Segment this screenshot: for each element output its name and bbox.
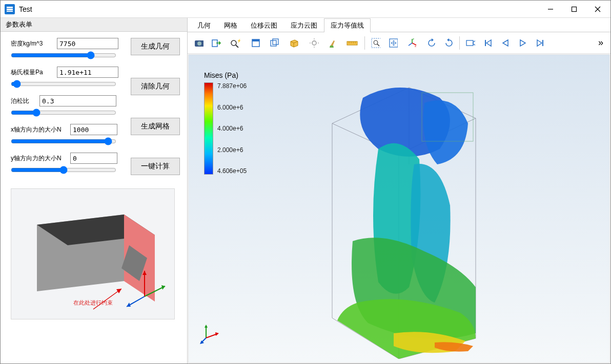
app-icon <box>5 4 15 14</box>
tab-isoline[interactable]: 应力等值线 <box>324 18 371 32</box>
young-input[interactable] <box>57 67 118 78</box>
svg-marker-29 <box>291 40 298 47</box>
svg-rect-4 <box>572 7 577 11</box>
skip-first-icon[interactable] <box>480 35 496 51</box>
density-slider[interactable] <box>11 51 116 59</box>
legend-tick: 7.887e+06 <box>217 82 247 90</box>
window-single-icon[interactable] <box>246 35 266 51</box>
axes-gizmo-icon <box>200 324 220 344</box>
density-label: 密度kg/m^3 <box>11 39 55 48</box>
young-label: 杨氏模量Pa <box>11 68 55 77</box>
axes-icon[interactable]: zx <box>402 35 422 51</box>
legend-tick: 4.606e+05 <box>217 167 247 175</box>
forcey-slider[interactable] <box>11 166 116 174</box>
svg-line-41 <box>377 44 379 46</box>
rotate-cw-icon[interactable] <box>440 35 457 51</box>
legend-tick: 6.000e+6 <box>217 104 247 111</box>
young-slider[interactable] <box>11 80 116 88</box>
screenshot-icon[interactable] <box>191 35 207 51</box>
svg-marker-55 <box>520 40 525 46</box>
generate-geometry-button[interactable]: 生成几何 <box>131 38 180 55</box>
svg-text:z: z <box>413 38 414 40</box>
close-button[interactable] <box>586 1 609 17</box>
legend-colorbar <box>204 82 213 175</box>
tab-mesh[interactable]: 网格 <box>217 18 244 32</box>
toolbar-overflow-icon[interactable]: » <box>594 37 607 48</box>
svg-text:x: x <box>415 45 416 48</box>
zoom-auto-icon[interactable]: ⚡ <box>226 35 245 51</box>
rotate-ccw-icon[interactable] <box>423 35 439 51</box>
window-multi-icon[interactable] <box>267 35 283 51</box>
result-tabs: 几何 网格 位移云图 应力云图 应力等值线 <box>188 18 610 32</box>
density-input[interactable] <box>57 38 118 49</box>
clear-geometry-button[interactable]: 清除几何 <box>131 78 180 95</box>
svg-point-20 <box>197 41 201 46</box>
export-icon[interactable] <box>208 35 225 51</box>
parameter-panel-title: 参数表单 <box>1 18 187 32</box>
window-title: Test <box>19 5 32 13</box>
svg-rect-27 <box>271 40 276 46</box>
svg-rect-50 <box>466 40 473 46</box>
select-zoom-icon[interactable] <box>368 35 384 51</box>
compute-button[interactable]: 一键计算 <box>131 158 180 175</box>
poisson-input[interactable] <box>39 95 116 106</box>
svg-point-22 <box>231 40 236 46</box>
camera-icon[interactable] <box>462 35 479 51</box>
forcey-input[interactable] <box>70 153 117 164</box>
svg-rect-0 <box>7 7 13 8</box>
svg-text:⚡: ⚡ <box>237 38 241 43</box>
light-icon[interactable] <box>304 35 324 51</box>
clean-icon[interactable] <box>325 35 341 51</box>
generate-mesh-button[interactable]: 生成网格 <box>131 118 180 135</box>
box-view-icon[interactable] <box>284 35 303 51</box>
poisson-label: 泊松比 <box>11 97 37 105</box>
forcex-input[interactable] <box>70 124 117 135</box>
preview-caption: 在此处进行约束 <box>73 299 113 307</box>
forcex-slider[interactable] <box>11 137 116 145</box>
play-forward-icon[interactable] <box>515 35 531 51</box>
svg-rect-34 <box>347 41 357 45</box>
svg-marker-48 <box>432 38 434 41</box>
forcex-label: x轴方向力的大小N <box>11 125 68 134</box>
svg-line-45 <box>409 43 412 46</box>
skip-last-icon[interactable] <box>532 35 548 51</box>
svg-point-33 <box>312 41 316 45</box>
poisson-slider[interactable] <box>11 109 116 117</box>
titlebar: Test <box>1 1 610 18</box>
svg-marker-49 <box>447 38 449 41</box>
svg-marker-53 <box>486 40 491 46</box>
pan-icon[interactable] <box>385 35 401 51</box>
svg-marker-61 <box>215 332 219 336</box>
color-legend: Mises (Pa) 7.887e+06 6.000e+6 4.000e+6 2… <box>204 71 247 175</box>
minimize-button[interactable] <box>539 1 562 17</box>
viewer-toolbar: ⚡ zx » <box>188 32 610 54</box>
svg-marker-56 <box>537 40 542 46</box>
maximize-button[interactable] <box>562 1 586 17</box>
isosurface-model <box>322 62 486 359</box>
result-viewport[interactable]: Mises (Pa) 7.887e+06 6.000e+6 4.000e+6 2… <box>188 54 610 363</box>
svg-rect-28 <box>273 39 278 45</box>
svg-rect-2 <box>7 11 13 12</box>
tab-geometry[interactable]: 几何 <box>191 18 217 32</box>
svg-marker-54 <box>503 40 508 46</box>
svg-rect-26 <box>252 39 259 41</box>
legend-tick: 2.000e+6 <box>217 146 247 154</box>
svg-marker-59 <box>205 325 208 328</box>
ruler-icon[interactable] <box>342 35 362 51</box>
tab-displacement[interactable]: 位移云图 <box>244 18 284 32</box>
svg-marker-18 <box>116 289 121 293</box>
forcey-label: y轴方向力的大小N <box>11 154 68 163</box>
parameter-panel: 参数表单 密度kg/m^3 杨氏模量Pa 泊松比 x轴方向力的大小N <box>1 18 188 363</box>
tab-stress[interactable]: 应力云图 <box>284 18 324 32</box>
svg-rect-1 <box>7 9 13 10</box>
svg-marker-12 <box>161 285 165 290</box>
svg-line-23 <box>236 45 238 48</box>
play-back-icon[interactable] <box>497 35 514 51</box>
legend-tick: 4.000e+6 <box>217 125 247 132</box>
svg-point-40 <box>374 40 378 45</box>
constraint-preview: 在此处进行约束 <box>11 188 175 319</box>
legend-title: Mises (Pa) <box>204 71 247 79</box>
